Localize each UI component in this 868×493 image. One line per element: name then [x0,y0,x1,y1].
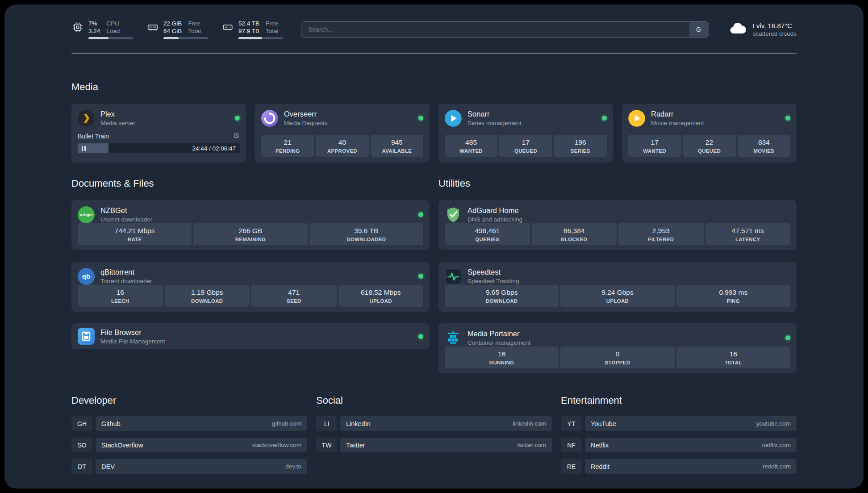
bookmark-github[interactable]: GH Github github.com [71,416,307,431]
media-section-title: Media [71,81,797,93]
pause-icon[interactable] [82,146,86,151]
app-name: Media Portainer [467,329,530,338]
gear-icon[interactable]: ⚙ [233,132,240,140]
qbittorrent-icon-text: qb [82,272,90,280]
bookmark-name: YouTube [591,420,616,427]
app-name: File Browser [100,328,165,337]
stat-value: 1.19 Gbps [167,288,248,297]
qbittorrent-app-link[interactable]: qb qBittorrent Torrent downloader [78,267,423,285]
bookmark-url: linkedin.com [513,420,546,427]
stat-value: 22 [684,138,734,146]
stat-value: 266 GB [195,227,305,235]
bookmark-name: DEV [101,463,115,470]
app-desc: Speedtest Tracking [467,277,519,285]
bookmark-dev[interactable]: DT DEV dev.to [71,459,307,474]
entertainment-column: Entertainment YT YouTube youtube.com NF … [561,395,797,474]
app-desc: Media server [100,119,135,127]
app-name: Speedtest [467,267,519,276]
stat-label: DOWNLOAD [447,298,557,304]
memory-progress-bar [163,37,208,39]
stat-label: APPROVED [317,148,367,154]
bookmark-reddit[interactable]: RE Reddit reddit.com [561,459,797,474]
stat-value: 2,953 [620,227,702,235]
stat-label: LEECH [79,298,161,304]
stat-box: 9.65 Gbps DOWNLOAD [445,285,559,307]
stat-label: BLOCKED [534,237,615,242]
top-bar: 7% 3.24 CPU Load [71,20,797,39]
documents-section-title: Documents & Files [71,178,430,189]
developer-section-title: Developer [71,395,307,406]
qbittorrent-card: qb qBittorrent Torrent downloader 16 LEE… [71,262,430,312]
adguard-icon [445,206,462,223]
media-section: Media Plex Media server Bullet Train ⚙ [71,81,797,163]
bookmark-netflix[interactable]: NF Netflix netflix.com [561,438,797,452]
speedtest-icon [445,268,462,285]
stat-box: 744.21 Mbps RATE [78,223,192,245]
stat-box: 16 LEECH [78,285,163,307]
app-name: qBittorrent [100,267,152,276]
stat-box: 0.993 ms PING [676,285,790,307]
app-name: Sonarr [467,109,522,118]
memory-icon [146,21,159,33]
overseerr-app-link[interactable]: Overseerr Media Requests [261,109,423,127]
radarr-app-link[interactable]: Radarr Movie management [628,109,790,127]
adguard-app-link[interactable]: AdGuard Home DNS and adblocking [445,206,790,223]
stat-label: WANTED [447,148,496,154]
bookmark-abbr: LI [316,416,337,431]
stat-box: 498,461 QUERIES [445,223,530,245]
bookmark-url: youtube.com [756,420,791,427]
bookmark-stackoverflow[interactable]: SO StackOverflow stackoverflow.com [71,438,307,452]
status-dot [418,274,423,279]
stat-value: 17 [501,138,550,146]
stat-box: 47.571 ms LATENCY [705,223,791,245]
status-dot [418,334,423,339]
stat-box: 2,953 FILTERED [618,223,704,245]
memory-free-value: 22 GiB [163,20,182,27]
portainer-icon [445,330,462,347]
stat-value: 47.571 ms [707,227,789,235]
stat-value: 834 [739,138,789,146]
memory-total-label: Total [188,27,201,35]
stat-value: 9.24 Gbps [562,288,672,297]
qbittorrent-icon: qb [78,268,95,285]
stat-box: 471 SEED [251,285,337,307]
stat-label: PING [678,298,789,304]
stat-box: 21 PENDING [261,135,314,157]
disk-metric-widget: 52.4 TB 97.9 TB Free Total [221,20,283,39]
utilities-column: Utilities AdGuard Home DNS and adblockin… [438,178,797,373]
topbar-divider [71,53,797,54]
speedtest-app-link[interactable]: Speedtest Speedtest Tracking [445,267,790,285]
disk-progress-bar [238,37,283,39]
stat-box: 17 QUEUED [499,135,552,157]
memory-free-label: Free [188,20,201,27]
plex-app-link[interactable]: Plex Media server [78,109,240,127]
app-name: Plex [100,109,135,118]
search-area: G [301,21,709,38]
stat-box: 16 RUNNING [445,347,559,368]
search-provider-button[interactable]: G [689,22,708,37]
search-input[interactable] [301,21,709,38]
bookmark-youtube[interactable]: YT YouTube youtube.com [561,416,797,431]
stat-value: 16 [678,350,789,358]
bookmark-name: StackOverflow [101,442,143,449]
stat-label: AVAILABLE [372,148,421,154]
cpu-usage-value: 7% [88,20,100,27]
player-seek-bar[interactable]: 24:44 / 02:06:47 [78,143,240,153]
nzbget-app-link[interactable]: nzbget NZBGet Usenet downloader [78,206,423,223]
stat-value: 40 [317,138,367,146]
stat-value: 471 [253,288,335,297]
stat-label: LATENCY [707,237,789,242]
stat-value: 0 [562,350,672,358]
filebrowser-app-link[interactable]: File Browser Media File Management [78,328,423,345]
stat-label: PENDING [263,148,312,154]
bookmark-twitter[interactable]: TW Twitter twitter.com [316,438,552,452]
player-time: 24:44 / 02:06:47 [192,145,236,152]
bookmark-linkedin[interactable]: LI LinkedIn linkedin.com [316,416,552,431]
social-column: Social LI LinkedIn linkedin.com TW Twitt… [316,395,552,474]
stat-value: 498,461 [447,227,528,235]
sonarr-app-link[interactable]: Sonarr Series management [445,109,607,127]
portainer-app-link[interactable]: Media Portainer Container management [445,329,790,347]
memory-metric-widget: 22 GiB 64 GiB Free Total [146,20,208,39]
bookmark-name: Twitter [346,442,365,449]
stat-value: 16 [447,350,557,358]
